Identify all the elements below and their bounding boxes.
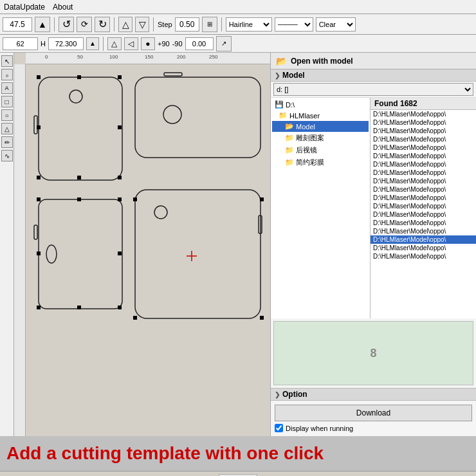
- folder-hlmlaser[interactable]: 📁 HLMlaser: [272, 110, 369, 121]
- svg-rect-7: [118, 176, 122, 179]
- file-browser: 💾 D:\ 📁 HLMlaser 📂 Model 📁 雕刻图案 📁: [271, 98, 476, 318]
- undo-btn[interactable]: ↺: [59, 17, 74, 32]
- file-list-container: Found 1682 D:\HLMlaser\Model\oppo\D:\HLM…: [371, 98, 476, 318]
- menu-dataupdate[interactable]: DataUpdate: [4, 3, 45, 12]
- file-entry[interactable]: D:\HLMlaser\Model\oppo\: [371, 185, 476, 194]
- chevron-icon: ❯: [275, 72, 280, 79]
- redo-btn[interactable]: ↻: [95, 17, 110, 32]
- coord-x-input[interactable]: [3, 17, 32, 32]
- rotate-icon[interactable]: ↗: [216, 36, 232, 51]
- hairline-select[interactable]: Hairline: [226, 17, 272, 32]
- svg-point-19: [154, 206, 167, 219]
- svg-rect-4: [77, 75, 81, 79]
- angle-label: +90: [158, 40, 170, 48]
- sep3: [153, 17, 154, 32]
- folder-film[interactable]: 📁 简约彩膜: [272, 156, 369, 169]
- line-style-select[interactable]: ────: [275, 17, 313, 32]
- file-entry[interactable]: D:\HLMlaser\Model\oppo\: [371, 152, 476, 160]
- svg-rect-29: [118, 306, 122, 309]
- folder-drive[interactable]: 💾 D:\: [272, 99, 369, 110]
- rotation-input[interactable]: [185, 37, 214, 50]
- svg-rect-24: [118, 197, 122, 201]
- file-entry[interactable]: D:\HLMlaser\Model\oppo\: [371, 202, 476, 210]
- file-entry[interactable]: D:\HLMlaser\Model\oppo\: [371, 210, 476, 219]
- angle-label2: -90: [172, 40, 183, 48]
- shape-btn1[interactable]: △: [107, 37, 122, 50]
- file-entry[interactable]: D:\HLMlaser\Model\oppo\: [371, 110, 476, 118]
- sep5: [103, 37, 104, 51]
- svg-rect-32: [260, 316, 264, 320]
- refresh-btn[interactable]: ⟳: [77, 17, 92, 32]
- svg-rect-9: [37, 176, 41, 179]
- coord-x-up-btn[interactable]: ▲: [35, 17, 50, 32]
- file-entry[interactable]: D:\HLMlaser\Model\oppo\: [371, 118, 476, 127]
- tool-btn1[interactable]: △: [118, 17, 133, 32]
- svg-rect-28: [77, 306, 81, 309]
- shape-btn3[interactable]: ●: [141, 37, 155, 50]
- h-label: H: [41, 40, 46, 48]
- ltool-pen[interactable]: ✏: [1, 136, 13, 148]
- svg-rect-22: [37, 197, 41, 201]
- svg-rect-13: [164, 73, 182, 76]
- ltool-bezier[interactable]: ∿: [1, 150, 13, 161]
- svg-rect-17: [135, 190, 261, 318]
- drawing-canvas[interactable]: [26, 64, 270, 436]
- download-button[interactable]: Download: [275, 405, 472, 421]
- file-entry[interactable]: D:\HLMlaser\Model\oppo\: [371, 244, 476, 252]
- tool-btn2[interactable]: ▽: [135, 17, 149, 32]
- coord-x2-input[interactable]: [3, 37, 38, 50]
- folder-rearview[interactable]: 📁 后视镜: [272, 144, 369, 156]
- ltool-poly[interactable]: △: [1, 123, 13, 134]
- ruler-horizontal: 0 50 100 150 200 250: [26, 53, 270, 64]
- folder-rearview-label: 后视镜: [296, 145, 317, 155]
- clear-select[interactable]: Clear: [316, 17, 356, 32]
- file-entry[interactable]: D:\HLMlaser\Model\oppo\: [371, 177, 476, 185]
- file-entry[interactable]: D:\HLMlaser\Model\oppo\: [371, 127, 476, 135]
- display-checkbox[interactable]: [275, 424, 283, 432]
- svg-rect-0: [39, 77, 122, 180]
- file-entry[interactable]: D:\HLMlaser\Model\oppo\: [371, 219, 476, 227]
- svg-rect-26: [118, 252, 122, 255]
- folder-engrave[interactable]: 📁 雕刻图案: [272, 132, 369, 144]
- option-section: ❯ Option Download Display when running: [271, 388, 476, 436]
- shape-btn2[interactable]: ◁: [124, 37, 138, 50]
- coord-y2-input[interactable]: [48, 37, 84, 50]
- ltool-circle[interactable]: ○: [1, 109, 13, 121]
- ltool-text[interactable]: A: [1, 82, 13, 94]
- phone-drawings: [32, 71, 270, 341]
- dialog-title: Open with model: [291, 57, 353, 66]
- ltool-rect[interactable]: □: [1, 96, 13, 107]
- file-entry[interactable]: D:\HLMlaser\Model\oppo\: [371, 252, 476, 261]
- drive-label: D:\: [286, 101, 295, 109]
- menubar: DataUpdate About: [0, 0, 476, 14]
- file-entry[interactable]: D:\HLMlaser\Model\oppo\: [371, 227, 476, 235]
- menu-about[interactable]: About: [53, 3, 73, 12]
- file-entry[interactable]: D:\HLMlaser\Model\oppo\: [371, 135, 476, 143]
- file-list[interactable]: D:\HLMlaser\Model\oppo\D:\HLMlaser\Model…: [371, 110, 476, 318]
- ltool-arrow[interactable]: ↖: [1, 55, 13, 67]
- coord-up-btn[interactable]: ▲: [86, 37, 99, 50]
- file-entry[interactable]: D:\HLMlaser\Model\oppo\: [371, 160, 476, 169]
- svg-rect-8: [77, 176, 81, 179]
- found-count-bar: Found 1682: [371, 98, 476, 110]
- step-icon[interactable]: ⊞: [202, 17, 217, 32]
- file-entry[interactable]: D:\HLMlaser\Model\oppo\: [371, 194, 476, 202]
- model-section-header: ❯ Model: [271, 69, 476, 82]
- folder-open-icon2: 📂: [285, 122, 294, 131]
- step-input[interactable]: [175, 17, 199, 32]
- display-when-running-row: Display when running: [275, 424, 472, 432]
- drive-select[interactable]: d: []: [273, 83, 473, 96]
- scroll-indicator[interactable]: [219, 474, 257, 477]
- ltool-node[interactable]: ⬦: [1, 69, 13, 80]
- file-entry[interactable]: D:\HLMlaser\Model\oppo\: [371, 169, 476, 177]
- svg-point-1: [69, 90, 82, 103]
- folder-model[interactable]: 📂 Model: [272, 121, 369, 132]
- file-entry[interactable]: D:\HLMlaser\Model\oppo\: [371, 235, 476, 244]
- svg-point-12: [163, 105, 181, 124]
- display-label: Display when running: [286, 425, 353, 432]
- found-count-text: Found 1682: [374, 99, 417, 108]
- tagline-text: Add a cutting template with one click: [6, 443, 324, 464]
- folder-open-icon: 📂: [276, 56, 287, 66]
- svg-rect-30: [133, 197, 137, 201]
- file-entry[interactable]: D:\HLMlaser\Model\oppo\: [371, 143, 476, 152]
